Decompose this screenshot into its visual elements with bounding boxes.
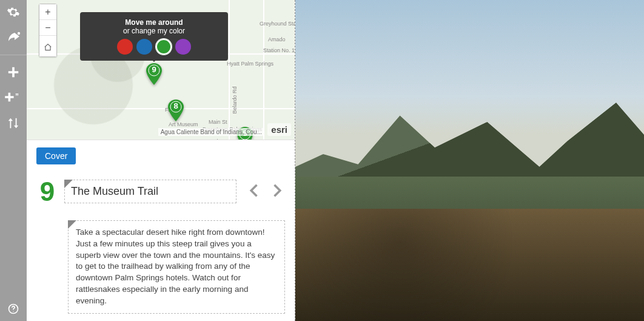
- media-panel[interactable]: [295, 0, 644, 321]
- left-column: Greyhound StationAmadoStation No. 1 (441…: [27, 0, 295, 321]
- color-swatch[interactable]: [117, 39, 133, 55]
- sort-arrows-icon[interactable]: [5, 115, 22, 132]
- esri-logo: esri: [267, 123, 291, 136]
- map-label: Hyatt Palm Springs: [227, 61, 273, 67]
- title-text: The Museum Trail: [71, 185, 158, 197]
- home-button[interactable]: [39, 41, 56, 56]
- map-label: Art Museum: [169, 121, 198, 127]
- gear-icon[interactable]: [5, 4, 22, 21]
- map-pin[interactable]: 8: [168, 100, 184, 121]
- color-swatch[interactable]: [175, 39, 191, 55]
- tool-rail: ”: [0, 0, 27, 321]
- zoom-out-button[interactable]: −: [39, 20, 56, 36]
- help-icon[interactable]: [5, 300, 22, 317]
- description-input[interactable]: Take a spectacular desert hike right fro…: [68, 220, 285, 314]
- description-text: Take a spectacular desert hike right fro…: [76, 228, 275, 305]
- share-arrow-icon[interactable]: [5, 29, 22, 46]
- entry-number: 9: [36, 177, 58, 207]
- zoom-in-button[interactable]: +: [39, 4, 56, 20]
- prev-button[interactable]: [246, 180, 263, 203]
- cover-button[interactable]: Cover: [36, 147, 76, 164]
- next-button[interactable]: [268, 180, 285, 203]
- tooltip-line1: Move me around: [92, 18, 216, 27]
- map-label: Station No. 1 (441): [263, 47, 295, 53]
- svg-point-0: [18, 32, 20, 35]
- svg-text:”: ”: [15, 92, 19, 101]
- tooltip-line2: or change my color: [92, 27, 216, 35]
- map-label: Greyhound Station: [260, 21, 295, 27]
- plus-quote-icon[interactable]: ”: [5, 89, 22, 106]
- map-label: Amado: [268, 36, 286, 42]
- edit-corner-icon: [68, 220, 76, 229]
- entry-photo: [295, 0, 644, 321]
- color-swatch[interactable]: [156, 39, 172, 55]
- map-attribution: Agua Caliente Band of Indians, Cou...: [158, 128, 264, 136]
- map-panel[interactable]: Greyhound StationAmadoStation No. 1 (441…: [27, 0, 295, 140]
- pin-tooltip: Move me around or change my color: [80, 12, 228, 61]
- svg-point-3: [13, 311, 13, 312]
- edit-corner-icon: [64, 180, 73, 188]
- map-nav-controls: + −: [39, 4, 57, 57]
- color-swatches: [92, 39, 216, 55]
- title-input[interactable]: The Museum Trail: [64, 180, 236, 203]
- map-label: Belardo Rd: [232, 86, 238, 113]
- plus-icon[interactable]: [5, 64, 22, 81]
- map-label: Main St: [209, 119, 227, 125]
- color-swatch[interactable]: [136, 39, 152, 55]
